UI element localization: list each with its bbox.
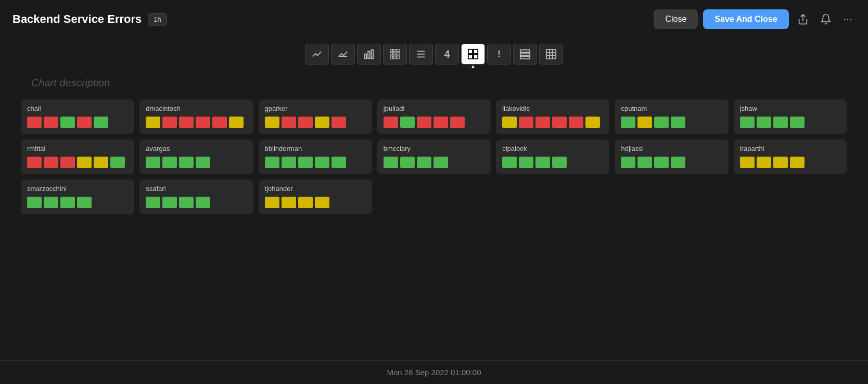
header-actions: Close Save And Close ··· [654,9,856,29]
table-grid-icon[interactable] [539,44,563,65]
green-block [621,117,635,128]
red-block [196,117,210,128]
grid-card: bmcclary [377,139,491,174]
share-icon[interactable] [794,10,812,28]
yellow-block [265,117,279,128]
red-block [433,117,448,128]
area-chart-icon[interactable] [331,44,355,65]
green-block [196,157,210,168]
yellow-block [315,117,329,128]
time-badge[interactable]: 1h [148,13,167,26]
card-label: dmacintosh [146,105,247,112]
green-block [757,117,771,128]
close-button[interactable]: Close [654,9,698,29]
red-block [27,117,42,128]
green-block [621,157,635,168]
red-block [384,117,398,128]
card-blocks [740,157,841,168]
green-block [654,117,669,128]
green-block [196,197,210,208]
card-blocks [502,157,603,168]
card-label: avargas [146,145,247,152]
svg-rect-7 [397,49,400,52]
red-block [282,117,296,128]
alert-icon[interactable]: ! [487,44,511,65]
yellow-block [298,197,313,208]
green-block [77,197,92,208]
red-block [450,117,465,128]
green-block [179,197,194,208]
card-blocks [621,157,722,168]
svg-rect-21 [520,50,530,53]
card-blocks [146,157,247,168]
card-blocks [384,157,484,168]
red-block [298,117,313,128]
save-and-close-button[interactable]: Save And Close [703,9,788,29]
green-block [298,157,313,168]
red-block [77,117,92,128]
grid-card: cputnam [615,99,728,134]
green-block [552,157,567,168]
bell-icon[interactable] [817,10,835,28]
svg-rect-24 [546,49,556,59]
yellow-block [740,157,755,168]
green-block [502,157,517,168]
green-block [146,157,160,168]
grid-card: dmacintosh [139,99,253,134]
card-label: liakovidis [502,105,603,112]
card-label: cputnam [621,105,722,112]
yellow-block [229,117,244,128]
line-chart-icon[interactable] [305,44,329,65]
card-blocks [27,157,128,168]
green-block [146,197,160,208]
card-label: bblinderman [265,145,366,152]
card-label: tjohander [265,185,366,193]
yellow-block [790,157,805,168]
grid-card: lraparthi [734,139,847,174]
yellow-block [77,157,92,168]
card-label: smarzocchini [27,185,128,193]
grid-card: bblinderman [259,139,372,174]
red-block [27,157,42,168]
more-icon[interactable]: ··· [840,9,856,29]
grid-active-icon[interactable]: ▲ [461,44,485,65]
yellow-block [757,157,771,168]
list-icon[interactable] [409,44,433,65]
svg-rect-19 [468,55,473,59]
yellow-block [585,117,600,128]
green-block [282,157,296,168]
red-block [552,117,567,128]
card-blocks [384,117,484,128]
red-block [417,117,431,128]
heatmap-icon[interactable] [383,44,407,65]
grid-card: ssafari [139,180,253,214]
red-block [44,117,58,128]
green-block [417,157,431,168]
number4-icon[interactable]: 4 [435,44,459,65]
green-block [773,117,788,128]
svg-rect-17 [468,49,473,54]
green-block [535,157,550,168]
card-blocks [27,197,128,208]
svg-rect-8 [390,53,393,55]
green-block [740,117,755,128]
bar-chart-icon[interactable] [357,44,381,65]
card-label: gparker [265,105,366,112]
active-arrow: ▲ [470,63,476,69]
svg-rect-5 [390,49,393,52]
header: Backend Service Errors 1h Close Save And… [0,0,868,39]
card-label: rmittal [27,145,128,152]
svg-rect-10 [397,53,400,55]
green-block [60,197,75,208]
green-block [400,157,415,168]
card-blocks [146,117,247,128]
green-block [519,157,533,168]
green-block [790,117,805,128]
table-rows-icon[interactable] [513,44,537,65]
card-label: jpuliadi [384,105,484,112]
grid-card: rmittal [21,139,134,174]
yellow-block [773,157,788,168]
green-block [400,117,415,128]
green-block [315,157,329,168]
svg-rect-22 [520,53,530,56]
